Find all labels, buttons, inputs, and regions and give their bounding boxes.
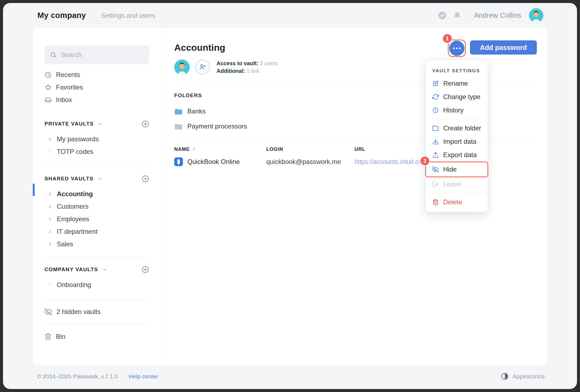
add-vault-button[interactable]	[142, 266, 149, 273]
chevron-right-icon	[48, 192, 52, 196]
menu-item-label: Hide	[443, 166, 457, 173]
notifications-bell-icon[interactable]	[453, 11, 461, 20]
folder-icon	[174, 108, 183, 115]
person-plus-icon	[199, 63, 206, 71]
folder-name: Payment processors	[187, 122, 247, 130]
password-name: QuickBook Online	[187, 158, 240, 166]
section-private-vaults[interactable]: PRIVATE VAULTS	[45, 118, 149, 130]
menu-item-create-folder[interactable]: Create folder	[426, 121, 488, 135]
annotation-highlight-more-button	[448, 40, 466, 57]
vault-item-my-passwords[interactable]: My passwords	[45, 133, 149, 145]
search-input[interactable]	[61, 51, 144, 59]
vault-label: Customers	[57, 203, 88, 210]
menu-item-export-data[interactable]: Export data	[426, 148, 488, 161]
vault-member-avatar[interactable]	[174, 59, 190, 75]
delete-trash-icon	[432, 199, 439, 205]
rename-icon	[432, 80, 439, 87]
vault-item-totp-codes[interactable]: TOTP codes	[45, 145, 149, 158]
appearance-label: Appearance	[512, 373, 545, 380]
sort-arrow-up-icon	[192, 147, 196, 151]
vault-more-button[interactable]	[449, 41, 464, 56]
additional-label: Additional:	[217, 68, 245, 74]
menu-item-leave[interactable]: Leave	[426, 177, 488, 191]
annotation-step-2-badge: 2	[420, 156, 430, 166]
chevron-right-icon	[48, 217, 52, 221]
menu-item-import-data[interactable]: Import data	[426, 135, 488, 148]
main-panel: Accounting	[162, 28, 547, 365]
sidebar-item-inbox[interactable]: Inbox	[45, 94, 149, 106]
add-vault-button[interactable]	[142, 120, 149, 128]
leave-icon	[432, 181, 439, 187]
vault-item-onboarding[interactable]: Onboarding	[45, 279, 149, 291]
vault-label: Onboarding	[57, 281, 91, 289]
section-company-vaults[interactable]: COMPANY VAULTS	[45, 263, 149, 276]
appearance-toggle[interactable]: Appearance	[501, 373, 545, 380]
menu-item-hide[interactable]: Hide	[425, 161, 488, 177]
invite-user-button[interactable]	[195, 60, 210, 74]
menu-item-change-type[interactable]: Change type	[426, 90, 488, 103]
column-header-name[interactable]: NAME	[174, 146, 266, 152]
folder-icon	[432, 125, 439, 131]
column-header-login[interactable]: LOGIN	[266, 146, 354, 152]
sidebar-item-bin[interactable]: Bin	[45, 330, 149, 343]
menu-title: VAULT SETTINGS	[426, 65, 488, 77]
menu-item-label: Leave	[443, 180, 461, 188]
menu-item-label: Create folder	[443, 124, 481, 132]
folder-icon	[174, 123, 183, 130]
chevron-right-icon	[48, 205, 52, 209]
section-shared-vaults[interactable]: SHARED VAULTS	[45, 172, 149, 185]
sidebar-item-favorites[interactable]: Favorites	[45, 81, 149, 94]
search-box[interactable]	[45, 45, 149, 64]
menu-divider	[426, 119, 488, 119]
settings-and-users-link[interactable]: Settings and users	[101, 12, 155, 19]
password-login: quickbook@passwork.me	[266, 158, 354, 166]
quickbook-app-icon	[174, 157, 183, 166]
sidebar-divider	[45, 163, 149, 164]
sidebar-divider	[45, 256, 149, 257]
vault-item-accounting[interactable]: Accounting	[45, 188, 149, 200]
chevron-up-icon	[98, 122, 103, 126]
access-value: 2 users	[260, 60, 278, 66]
vault-item-sales[interactable]: Sales	[45, 238, 149, 250]
chevron-up-icon	[98, 176, 103, 181]
access-label: Access to vault:	[217, 60, 258, 66]
topbar-divider	[94, 10, 94, 21]
hidden-vaults-toggle[interactable]: 2 hidden vaults	[45, 306, 149, 318]
section-title: COMPANY VAULTS	[45, 267, 98, 273]
menu-item-label: Change type	[443, 93, 480, 101]
additional-value: 1 link	[247, 68, 259, 74]
vault-item-employees[interactable]: Employees	[45, 213, 149, 225]
chevron-right-icon	[48, 242, 52, 246]
vault-item-customers[interactable]: Customers	[45, 200, 149, 213]
sidebar-divider	[45, 299, 149, 300]
sidebar-item-label: Inbox	[56, 96, 72, 104]
help-center-link[interactable]: Help center	[129, 373, 158, 380]
annotation-step-1-badge: 1	[442, 34, 452, 43]
import-icon	[432, 138, 439, 145]
refresh-icon	[432, 94, 439, 100]
vault-label: TOTP codes	[57, 148, 93, 155]
star-icon	[45, 84, 52, 91]
section-title: SHARED VAULTS	[45, 176, 94, 182]
menu-item-label: Import data	[443, 138, 476, 145]
user-avatar[interactable]	[529, 8, 543, 23]
add-vault-button[interactable]	[142, 175, 149, 182]
menu-item-history[interactable]: History	[426, 103, 488, 117]
add-password-button[interactable]: Add password	[470, 40, 537, 55]
status-check-icon[interactable]	[438, 11, 446, 20]
search-icon	[50, 52, 57, 58]
menu-item-delete[interactable]: Delete	[426, 195, 488, 209]
menu-item-rename[interactable]: Rename	[426, 77, 488, 90]
section-title: PRIVATE VAULTS	[45, 121, 94, 127]
hidden-vaults-label: 2 hidden vaults	[57, 308, 100, 316]
current-user-name[interactable]: Andrew Collins	[474, 11, 521, 20]
menu-divider	[426, 193, 488, 193]
sidebar-item-recents[interactable]: Recents	[45, 68, 149, 81]
sidebar-item-label: Recents	[56, 71, 80, 79]
vault-label: Employees	[57, 215, 89, 223]
vault-settings-menu: VAULT SETTINGS Rename Change type Histor…	[425, 59, 488, 212]
vault-label: My passwords	[57, 135, 99, 143]
top-bar: My company Settings and users Andrew Col…	[3, 3, 577, 28]
vault-access-info: Access to vault: 2 users Additional: 1 l…	[217, 59, 278, 75]
vault-item-it-department[interactable]: IT department	[45, 225, 149, 238]
